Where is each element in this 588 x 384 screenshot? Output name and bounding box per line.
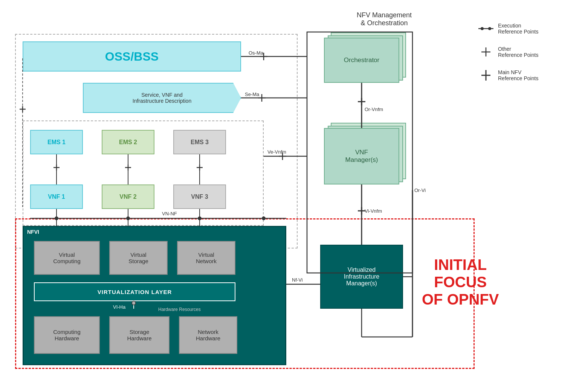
main-nfv-ref-icon [478,70,493,81]
vim-box: VirtualizedInfrastructureManager(s) [320,245,403,309]
svg-text:Or-Vi: Or-Vi [414,187,426,193]
legend-main-nfv-ref: Main NFVReference Points [478,69,576,81]
service-desc-label: Service, VNF andInfrastructure Descripti… [133,92,191,104]
storage-hardware-label: StorageHardware [127,329,151,341]
ems2-box: EMS 2 [102,130,154,154]
nfvi-label: NFVI [27,229,39,235]
network-hardware-label: NetworkHardware [196,329,220,341]
ems1-label: EMS 1 [47,139,66,146]
svg-text:Or-Vnfm: Or-Vnfm [365,107,383,112]
nfv-mano-title: NFV Management& Orchestration [309,11,460,27]
legend-execution-ref: ExecutionReference Points [478,23,576,35]
legend: ExecutionReference Points OtherReference… [478,23,576,93]
virtual-computing-box: VirtualComputing [34,241,100,275]
virtual-storage-box: VirtualStorage [109,241,168,275]
vnf1-label: VNF 1 [48,194,65,200]
virtual-computing-label: VirtualComputing [53,251,81,264]
ems3-label: EMS 3 [191,139,209,146]
ems2-label: EMS 2 [119,139,137,146]
other-ref-icon [478,47,493,56]
vnf-manager-box: VNFManager(s) [324,128,399,184]
vi-ha-label: VI-Ha [113,304,125,310]
hw-resources-label: Hardware Resources [158,307,201,312]
vnf-manager-label: VNFManager(s) [345,149,378,164]
other-ref-label: OtherReference Points [498,46,538,58]
storage-hardware-box: StorageHardware [109,316,170,354]
virtualization-layer-label: VIRTUALIZATION LAYER [98,289,172,295]
execution-ref-label: ExecutionReference Points [498,23,538,35]
svg-text:Vi-Vnfm: Vi-Vnfm [365,208,382,214]
oss-bss-box: OSS/BSS [23,41,241,72]
orchestrator-label: Orchestrator [344,56,379,64]
orchestrator-box: Orchestrator [324,38,399,83]
nfv-mano-title-text: NFV Management& Orchestration [357,11,412,27]
service-desc-box: Service, VNF andInfrastructure Descripti… [83,83,241,113]
vnf2-box: VNF 2 [102,184,154,209]
vnf1-box: VNF 1 [30,184,83,209]
virtual-network-box: VirtualNetwork [177,241,235,275]
svg-point-1 [481,27,484,30]
vnf2-label: VNF 2 [119,194,136,200]
initial-focus-label: INITIALFOCUSOF OPNFV [422,256,499,308]
svg-point-2 [488,27,491,30]
virtual-network-label: VirtualNetwork [196,251,217,264]
virtual-storage-label: VirtualStorage [128,251,148,264]
diagram-container: OSS/BSS Service, VNF andInfrastructure D… [0,0,588,384]
computing-hardware-box: ComputingHardware [34,316,100,354]
network-hardware-box: NetworkHardware [179,316,237,354]
computing-hardware-label: ComputingHardware [53,329,81,341]
initial-focus-text: INITIALFOCUSOF OPNFV [422,256,499,308]
ems3-box: EMS 3 [173,130,226,154]
legend-other-ref: OtherReference Points [478,46,576,58]
vnf3-box: VNF 3 [173,184,226,209]
ems1-box: EMS 1 [30,130,83,154]
main-nfv-ref-label: Main NFVReference Points [498,69,538,81]
vim-label: VirtualizedInfrastructureManager(s) [344,267,379,287]
oss-bss-label: OSS/BSS [105,50,159,64]
execution-ref-icon [478,25,493,32]
vnf3-label: VNF 3 [191,194,208,200]
virtualization-layer-box: VIRTUALIZATION LAYER [34,282,235,301]
